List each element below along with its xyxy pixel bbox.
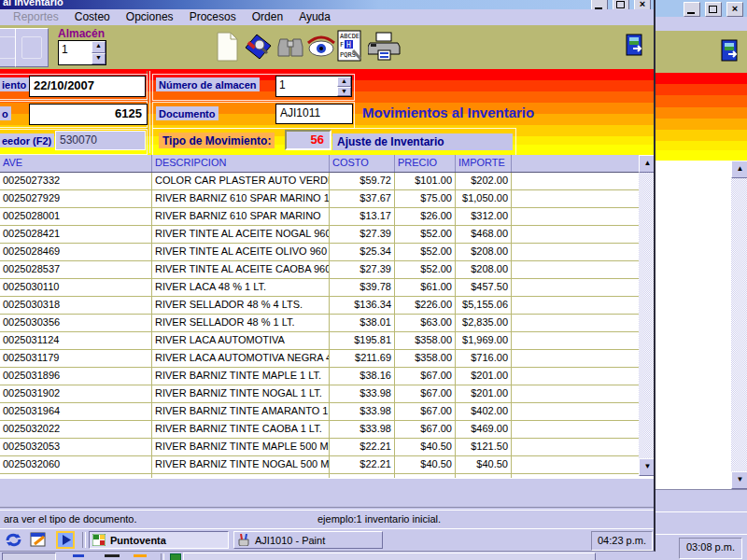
grid-cell: 0025027929: [0, 190, 152, 207]
almacen-value[interactable]: 1: [59, 41, 92, 64]
menu-orden[interactable]: Orden: [252, 9, 283, 25]
col-header-importe[interactable]: IMPORTE: [456, 155, 512, 172]
scroll-up-icon[interactable]: ▲: [731, 161, 747, 178]
spin-down-icon[interactable]: ▼: [337, 87, 351, 97]
grid-cell: $201.00: [456, 368, 512, 385]
table-row[interactable]: 0025032022RIVER BARNIZ TINTE CAOBA 1 LT.…: [0, 421, 655, 439]
alphabet-search-icon[interactable]: ABCDE F H PQRS: [337, 30, 362, 63]
form-area: iento 22/10/2007 o 6125 eedor (F2) 53007…: [0, 69, 654, 155]
spinner-arrows[interactable]: ▲▼: [337, 77, 351, 96]
almacen-group: Número de almacen 1 ▲▼: [152, 74, 355, 101]
lower-panel: [0, 478, 654, 508]
grid-cell: $27.39: [330, 226, 395, 243]
table-row[interactable]: 0025027332COLOR CAR PLASTER AUTO VERDE$5…: [0, 173, 655, 190]
tipo-desc-field: Ajuste de Inventario: [332, 133, 513, 150]
grid-cell: 0025028469: [0, 244, 152, 260]
table-row[interactable]: 0025031902RIVER BARNIZ TINTE NOGAL 1 LT.…: [0, 385, 655, 403]
binoculars-icon[interactable]: [276, 35, 304, 59]
spin-down-icon[interactable]: ▼: [92, 53, 106, 65]
outer-vertical-scrollbar[interactable]: ▲ ▼: [731, 161, 747, 489]
close-button[interactable]: ×: [726, 2, 743, 17]
search-book-icon[interactable]: [245, 34, 273, 60]
folio-input[interactable]: 6125: [29, 104, 148, 125]
documento-group: Documento AJI1011: [152, 102, 355, 129]
table-row[interactable]: 0025031964RIVER BARNIZ TINTE AMARANTO 1$…: [0, 403, 655, 421]
grid-cell: $59.72: [330, 173, 395, 189]
col-header-costo[interactable]: COSTO: [330, 155, 395, 172]
menu-opciones[interactable]: Opciones: [126, 9, 174, 25]
restore-button[interactable]: [613, 0, 629, 9]
table-row[interactable]: 0025032053RIVER BARNIZ TINTE MAPLE 500 M…: [0, 439, 655, 456]
spin-up-icon[interactable]: ▲: [337, 77, 351, 87]
proveedor-field[interactable]: 530070: [55, 131, 146, 150]
quicklaunch-media-player-icon[interactable]: [56, 531, 75, 549]
table-row[interactable]: 0025031179RIVER LACA AUTOMOTIVA NEGRA 4$…: [0, 350, 655, 368]
menu-procesos[interactable]: Procesos: [190, 9, 236, 25]
grid-cell: 0025028421: [0, 226, 152, 243]
grid-cell: 0025030318: [0, 297, 152, 314]
menu-ayuda[interactable]: Ayuda: [299, 9, 331, 25]
menu-costeo[interactable]: Costeo: [75, 9, 110, 25]
spinner-arrows[interactable]: ▲▼: [92, 41, 106, 64]
grid-cell: $52.00: [395, 226, 456, 243]
inner-window-controls: ×: [589, 0, 651, 9]
restore-button[interactable]: [705, 2, 722, 17]
scroll-down-icon[interactable]: ▼: [731, 471, 747, 489]
outer-toolbar: [654, 31, 747, 74]
restore-icon: [709, 6, 717, 13]
exit-door-icon[interactable]: [624, 34, 648, 56]
documento-input[interactable]: AJI1011: [275, 104, 353, 124]
taskbar-button-fragment[interactable]: [2, 553, 56, 560]
table-row[interactable]: 0025030356RIVER SELLADOR 48 % 1 LT.$38.0…: [0, 315, 655, 332]
tipo-code-field[interactable]: 56: [285, 130, 331, 150]
table-row[interactable]: 0025028421RIVER TINTE AL ACEITE NOGAL 96…: [0, 226, 655, 244]
svg-text:ABCDE: ABCDE: [340, 33, 359, 40]
exit-door-icon[interactable]: [719, 39, 743, 62]
grid-cell: RIVER TINTE AL ACEITE NOGAL 960: [152, 226, 330, 243]
table-row[interactable]: 0025030110RIVER LACA 48 % 1 LT.$39.78$61…: [0, 279, 655, 297]
grid-cell: $22.21: [330, 439, 395, 455]
taskbar-button-puntoventa[interactable]: Puntoventa: [89, 531, 229, 549]
quicklaunch-sync-icon[interactable]: [5, 532, 22, 548]
quicklaunch-edit-icon[interactable]: [30, 532, 48, 548]
table-row[interactable]: 0025032060RIVER BARNIZ TINTE NOGAL 500 M…: [0, 456, 655, 474]
col-header-clave[interactable]: AVE: [0, 155, 152, 172]
minimize-button[interactable]: [684, 2, 700, 17]
grid-cell: $33.98: [330, 385, 395, 402]
col-header-descripcion[interactable]: DESCRIPCION: [152, 155, 330, 172]
table-row[interactable]: 0025028001RIVER BARNIZ 610 SPAR MARINO$1…: [0, 208, 655, 226]
numero-almacen-value[interactable]: 1: [276, 77, 337, 96]
col-header-precio[interactable]: PRECIO: [395, 155, 456, 172]
menu-reportes[interactable]: Reportes: [13, 9, 59, 25]
table-row[interactable]: 0025030318RIVER SELLADOR 48 % 4 LTS.$136…: [0, 297, 655, 315]
grid-vertical-scrollbar[interactable]: ▲ ▼: [639, 155, 655, 476]
taskbar-button-paint[interactable]: AJI1010 - Paint: [233, 531, 383, 549]
numero-almacen-spinner[interactable]: 1 ▲▼: [275, 76, 352, 97]
minimize-button[interactable]: [591, 0, 608, 9]
table-row[interactable]: 0025031896RIVER BARNIZ TINTE MAPLE 1 LT.…: [0, 368, 655, 385]
table-row[interactable]: 0025031124RIVER LACA AUTOMOTIVA$195.81$3…: [0, 332, 655, 350]
table-row[interactable]: 0025027929RIVER BARNIZ 610 SPAR MARINO 1…: [0, 190, 655, 208]
scroll-up-icon[interactable]: ▲: [639, 155, 655, 173]
toolbar-button-2[interactable]: [15, 28, 49, 67]
print-icon[interactable]: [368, 32, 402, 62]
close-button[interactable]: ×: [634, 0, 651, 9]
inner-titlebar: al Inventario ×: [0, 0, 654, 9]
spin-up-icon[interactable]: ▲: [92, 41, 106, 53]
grid-cell: 0025030356: [0, 315, 152, 331]
grid-cell: $37.67: [330, 190, 395, 207]
table-row[interactable]: 0025028537RIVER TINTE AL ACEITE CAOBA 96…: [0, 261, 655, 279]
proveedor-group: eedor (F2) 530070: [0, 129, 148, 155]
scroll-down-icon[interactable]: ▼: [639, 458, 655, 476]
fecha-input[interactable]: 22/10/2007: [29, 76, 146, 97]
numero-almacen-label: Número de almacen: [156, 77, 260, 91]
new-document-icon[interactable]: [216, 32, 239, 62]
almacen-spinner[interactable]: 1 ▲▼: [58, 40, 106, 65]
taskbar-button-fragment[interactable]: [183, 553, 596, 560]
taskbar-button-label: AJI1010 - Paint: [255, 535, 325, 546]
icon-fragment: [134, 554, 147, 557]
grid-cell: RIVER BARNIZ 610 SPAR MARINO: [152, 208, 330, 225]
table-row[interactable]: 0025028469RIVER TINTE AL ACEITE OLIVO 96…: [0, 244, 655, 261]
preview-eye-icon[interactable]: [306, 35, 336, 57]
taskbar-separator: [82, 532, 86, 548]
